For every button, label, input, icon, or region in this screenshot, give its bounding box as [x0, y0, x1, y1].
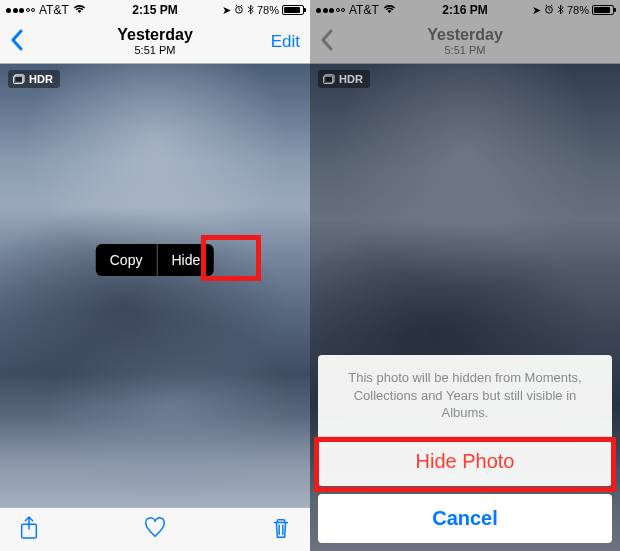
photo-viewer[interactable]	[0, 64, 310, 507]
sheet-message: This photo will be hidden from Moments, …	[318, 355, 612, 437]
delete-button[interactable]	[270, 515, 292, 545]
nav-subtitle: 5:51 PM	[117, 44, 193, 57]
hdr-badge: HDR	[8, 70, 60, 88]
status-time: 2:15 PM	[132, 3, 177, 17]
edit-button[interactable]: Edit	[271, 32, 300, 52]
status-right: ➤ 78%	[222, 4, 304, 17]
copy-menu-item[interactable]: Copy	[96, 244, 157, 276]
wifi-icon	[73, 3, 86, 17]
alarm-icon	[234, 4, 244, 16]
battery-percent: 78%	[257, 4, 279, 16]
context-menu: Copy Hide	[96, 244, 214, 276]
toolbar	[0, 507, 310, 551]
nav-title: Yesterday	[117, 26, 193, 44]
signal-strength-icon	[6, 8, 35, 13]
status-left: AT&T	[6, 3, 86, 17]
hide-menu-item[interactable]: Hide	[157, 244, 214, 276]
carrier-label: AT&T	[39, 3, 69, 17]
screen-right: AT&T 2:16 PM ➤ 78% Yesterday 5:51 PM	[310, 0, 620, 551]
hide-photo-button[interactable]: Hide Photo	[318, 437, 612, 486]
chevron-left-icon	[10, 29, 24, 55]
nav-title-group: Yesterday 5:51 PM	[117, 26, 193, 57]
battery-icon	[282, 5, 304, 15]
svg-rect-2	[14, 76, 23, 84]
action-sheet: This photo will be hidden from Moments, …	[318, 355, 612, 543]
share-button[interactable]	[18, 515, 40, 545]
bluetooth-icon	[247, 4, 254, 17]
nav-bar: Yesterday 5:51 PM Edit	[0, 20, 310, 64]
hdr-label: HDR	[29, 73, 53, 85]
cancel-button[interactable]: Cancel	[318, 494, 612, 543]
favorite-button[interactable]	[144, 515, 166, 545]
screen-left: AT&T 2:15 PM ➤ 78% Yesterday 5:51 PM	[0, 0, 310, 551]
location-icon: ➤	[222, 4, 231, 17]
back-button[interactable]	[10, 29, 60, 55]
status-bar: AT&T 2:15 PM ➤ 78%	[0, 0, 310, 20]
sheet-main-group: This photo will be hidden from Moments, …	[318, 355, 612, 486]
